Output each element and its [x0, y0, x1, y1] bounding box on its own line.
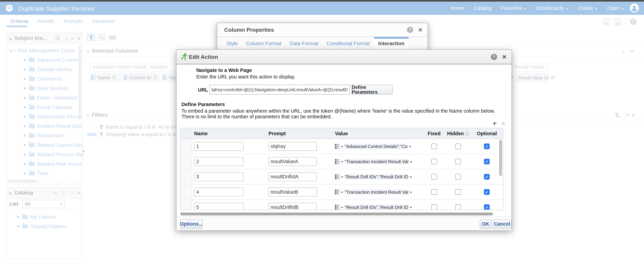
app-logo-icon [5, 4, 13, 12]
column-selector-caret-icon[interactable]: ▼ [341, 145, 344, 148]
close-icon[interactable]: ✕ [418, 27, 423, 33]
param-value[interactable]: "Result Drill IDs"."Result Drill ID [344, 204, 409, 210]
column-selector-icon[interactable] [335, 159, 340, 164]
properties-tab[interactable]: Interaction [374, 37, 409, 50]
close-icon[interactable]: ✕ [502, 54, 506, 60]
edit-action-footer: Options... OK Cancel [176, 217, 512, 230]
param-value[interactable]: "Transaction Incident Result Val [344, 159, 409, 164]
param-value[interactable]: "Transaction Incident Result Val [344, 189, 409, 195]
app-header: Duplicate Supplier Invoices Home▼ Catalo… [0, 2, 644, 15]
optional-checkbox[interactable] [484, 144, 490, 149]
nav-menu-item[interactable]: Home▼ [451, 5, 464, 11]
properties-tab[interactable]: Column Format [242, 37, 286, 50]
param-value[interactable]: "Advanced Control Details"."Co [344, 144, 408, 149]
url-instruction: Enter the URL you want this action to di… [196, 74, 296, 80]
edit-action-titlebar[interactable]: Edit Action ? ✕ [176, 50, 512, 64]
column-selector-caret-icon[interactable]: ▼ [341, 160, 344, 163]
parameter-row: ▼ "Transaction Incident Result Val ▼ [180, 154, 503, 169]
properties-tab[interactable]: Data Format [286, 37, 322, 50]
column-selector-caret-icon[interactable]: ▼ [341, 206, 344, 209]
define-parameters-button[interactable]: Define Parameters [351, 85, 392, 94]
param-prompt-input[interactable] [268, 188, 317, 197]
fixed-checkbox[interactable] [431, 144, 437, 149]
value-dropdown-caret-icon[interactable]: ▼ [410, 191, 412, 194]
value-dropdown-caret-icon[interactable]: ▼ [410, 160, 412, 163]
cancel-button[interactable]: Cancel [492, 220, 512, 229]
row-handle[interactable] [180, 154, 192, 169]
browser-top-strip [0, 0, 644, 2]
nav-menu-item[interactable]: Open▼ [607, 5, 624, 11]
hidden-checkbox[interactable] [455, 174, 461, 180]
nav-menu-item[interactable]: Favorites▼ [501, 5, 526, 11]
fixed-checkbox[interactable] [431, 174, 437, 180]
fixed-checkbox[interactable] [431, 189, 437, 195]
nav-menu-item[interactable]: Dashboards▼ [536, 5, 568, 11]
param-name-input[interactable] [194, 157, 244, 166]
define-parameters-heading: Define Parameters [182, 102, 225, 107]
optional-checkbox[interactable] [484, 204, 490, 210]
prompt-header: Prompt [266, 131, 334, 136]
chevron-down-icon: ▼ [566, 7, 568, 10]
parameter-row: ▼ "Result Drill IDs"."Result Drill ID ▼ [180, 200, 503, 210]
param-name-input[interactable] [194, 142, 244, 151]
fixed-checkbox[interactable] [431, 159, 437, 164]
hidden-checkbox[interactable] [455, 144, 461, 149]
parameters-rows: ▼ "Advanced Control Details"."Co ▼ [180, 139, 503, 210]
parameters-help-line1: To embed a parameter value anywhere with… [182, 108, 502, 114]
row-handle[interactable] [180, 139, 192, 154]
dialog-title: Column Properties [224, 27, 274, 33]
param-name-input[interactable] [194, 203, 244, 210]
value-dropdown-caret-icon[interactable]: ▼ [410, 175, 412, 178]
value-dropdown-caret-icon[interactable]: ▼ [409, 145, 412, 148]
hidden-checkbox[interactable] [455, 189, 461, 195]
parameter-row: ▼ "Result Drill IDs"."Result Drill ID ▼ [180, 169, 503, 185]
column-properties-tabs: StyleColumn FormatData FormatConditional… [217, 37, 428, 50]
nav-menu-item[interactable]: Catalog▼ [474, 5, 492, 11]
column-selector-icon[interactable] [335, 144, 340, 149]
chevron-down-icon: ▼ [622, 7, 624, 10]
nav-menu-item[interactable]: Create▼ [578, 5, 598, 11]
column-selector-icon[interactable] [335, 174, 340, 179]
parameters-table-header: Name Prompt Value Fixed Hiddenⓘ Optional [180, 128, 503, 139]
param-value[interactable]: "Result Drill IDs"."Result Drill ID [344, 174, 409, 180]
fixed-header: Fixed [423, 131, 446, 136]
hidden-checkbox[interactable] [455, 159, 461, 164]
column-selector-icon[interactable] [335, 205, 340, 210]
value-dropdown-caret-icon[interactable]: ▼ [410, 206, 412, 209]
help-icon[interactable]: ? [491, 54, 497, 60]
param-prompt-input[interactable] [268, 157, 317, 166]
column-properties-titlebar[interactable]: Column Properties ? ✕ [217, 23, 428, 37]
row-handle[interactable] [180, 185, 192, 199]
optional-checkbox[interactable] [484, 189, 490, 195]
fixed-checkbox[interactable] [431, 204, 437, 210]
user-avatar[interactable] [630, 3, 639, 13]
table-horizontal-scrollbar[interactable] [180, 213, 496, 215]
name-header: Name [192, 131, 266, 136]
optional-checkbox[interactable] [484, 174, 490, 180]
properties-tab[interactable]: Style [222, 37, 242, 50]
row-handle[interactable] [180, 200, 192, 210]
ok-button[interactable]: OK [480, 220, 491, 229]
param-name-input[interactable] [194, 172, 244, 181]
properties-tab[interactable]: Conditional Format [322, 37, 374, 50]
options-button[interactable]: Options... [180, 220, 202, 229]
param-prompt-input[interactable] [268, 172, 317, 181]
hidden-checkbox[interactable] [455, 204, 461, 210]
parameter-row: ▼ "Transaction Incident Result Val ▼ [180, 185, 503, 200]
column-selector-caret-icon[interactable]: ▼ [341, 191, 344, 194]
param-prompt-input[interactable] [268, 203, 317, 210]
info-icon[interactable]: ⓘ [465, 131, 469, 136]
url-input[interactable] [210, 85, 350, 94]
table-vertical-scrollbar[interactable] [499, 140, 502, 176]
delete-parameter-icon[interactable]: ✕ [501, 121, 506, 127]
add-parameter-icon[interactable]: + [492, 120, 497, 127]
param-prompt-input[interactable] [268, 142, 317, 151]
optional-checkbox[interactable] [484, 159, 490, 164]
column-selector-caret-icon[interactable]: ▼ [341, 175, 344, 178]
help-icon[interactable]: ? [407, 27, 413, 33]
page-title: Duplicate Supplier Invoices [18, 5, 95, 12]
column-selector-icon[interactable] [335, 190, 340, 195]
row-handle[interactable] [180, 169, 192, 184]
param-name-input[interactable] [194, 188, 244, 197]
edit-action-dialog: Edit Action ? ✕ Navigate to a Web Page E… [176, 49, 512, 230]
